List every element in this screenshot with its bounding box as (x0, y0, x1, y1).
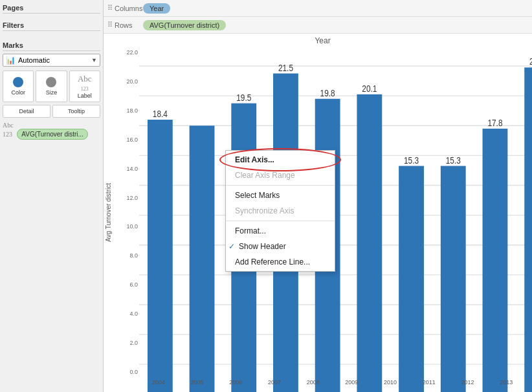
menu-item-edit-axis[interactable]: Edit Axis... (226, 152, 335, 168)
y-tick-label: 14.0 (115, 166, 138, 172)
color-button[interactable]: Color (3, 71, 34, 102)
left-panel: Pages Filters Marks 📊 Automatic ▼ Color … (0, 0, 104, 392)
marks-type-label: Automatic (18, 56, 91, 64)
y-tick-label: 20.0 (115, 78, 138, 85)
y-tick-label: 12.0 (115, 195, 138, 201)
label-button[interactable]: Abc123 Label (69, 71, 100, 102)
bar-rect[interactable] (524, 67, 532, 392)
bar-value-label: 17.8 (487, 118, 502, 129)
x-tick-label: 2013 (487, 379, 526, 386)
size-button[interactable]: Size (36, 71, 67, 102)
y-tick-label: 8.0 (115, 252, 138, 259)
color-icon (13, 77, 23, 89)
marks-buttons-group: Color Size Abc123 Label (3, 71, 100, 102)
columns-pill[interactable]: Year (143, 3, 170, 14)
y-tick-label: 6.0 (115, 281, 138, 288)
x-tick-label: 2007 (255, 379, 294, 386)
menu-item-synchronize-axis: Synchronize Axis (226, 203, 335, 219)
rows-label: ⠿ Rows (107, 21, 143, 29)
x-tick-label: 2008 (294, 379, 333, 386)
filters-section: Filters (3, 20, 100, 34)
label-text-label: Label (78, 93, 92, 99)
context-menu: Edit Axis...Clear Axis RangeSelect Marks… (225, 150, 335, 272)
columns-label: ⠿ Columns (107, 4, 143, 12)
columns-grid-icon: ⠿ (107, 4, 113, 12)
x-tick-label: 2011 (410, 379, 449, 386)
y-tick-label: 4.0 (115, 310, 138, 317)
y-tick-label: 10.0 (115, 223, 138, 230)
dropdown-arrow-icon: ▼ (91, 57, 97, 63)
marks-section: Marks 📊 Automatic ▼ Color Size Abc123 La… (3, 40, 100, 138)
x-tick-label: 2005 (178, 379, 217, 386)
bar-value-label: 15.3 (446, 155, 461, 166)
bar-value-label: 20.1 (362, 83, 377, 94)
detail-label: Detail (19, 108, 34, 114)
marks-type-dropdown[interactable]: 📊 Automatic ▼ (3, 54, 100, 67)
x-labels: 2004200520062007200820092010201120122013 (139, 373, 526, 392)
detail-button[interactable]: Detail (3, 105, 50, 118)
bar-value-label: 19.8 (320, 88, 335, 99)
bar-rect[interactable] (483, 129, 508, 392)
x-tick-label: 2012 (449, 379, 487, 386)
size-icon (46, 77, 56, 89)
y-tick-label: 18.0 (115, 107, 138, 114)
bar-value-label: 21.5 (278, 62, 293, 73)
y-axis-label: Avg Turnover district (104, 34, 113, 392)
x-tick-label: 2009 (333, 379, 371, 386)
bar-rect[interactable] (441, 166, 466, 392)
pages-section: Pages (3, 3, 100, 16)
columns-shelf: ⠿ Columns Year (104, 0, 532, 17)
tooltip-label: Tooltip (68, 108, 85, 114)
color-label: Color (11, 89, 25, 96)
rows-pill[interactable]: AVG(Turnover district) (143, 20, 226, 30)
y-labels: 22.020.018.016.014.012.010.08.06.04.02.0… (113, 53, 139, 373)
y-tick-label: 2.0 (115, 340, 138, 346)
menu-separator (226, 221, 335, 221)
label-icon: Abc123 (78, 74, 92, 92)
avg-pill[interactable]: AVG(Turnover distri... (17, 129, 88, 140)
y-tick-label: 22.0 (115, 49, 138, 56)
x-tick-label: 2010 (371, 379, 410, 386)
bar-value-label: 19.5 (236, 92, 251, 103)
size-label: Size (46, 89, 58, 96)
bar-rect[interactable] (357, 94, 382, 392)
chart-container: ⠿ Columns Year ⠿ Rows AVG(Turnover distr… (104, 0, 532, 392)
bar-rect[interactable] (399, 166, 424, 392)
y-tick-label: 16.0 (115, 136, 138, 143)
chart-svg: 18.419.521.519.820.115.315.317.821.9 (139, 53, 532, 392)
menu-item-clear-axis-range: Clear Axis Range (226, 168, 335, 183)
x-tick-label: 2006 (216, 379, 255, 386)
pages-title: Pages (3, 3, 100, 14)
menu-item-select-marks[interactable]: Select Marks (226, 188, 335, 203)
menu-item-show-header[interactable]: Show Header (226, 239, 335, 254)
menu-item-add-reference-line[interactable]: Add Reference Line... (226, 254, 335, 270)
chart-area: Avg Turnover district Year 18.419.521.51… (104, 34, 532, 392)
bar-value-label: 15.3 (404, 155, 419, 166)
x-tick-label: 2004 (139, 379, 178, 386)
chart-title: Year (113, 34, 532, 47)
rows-grid-icon: ⠿ (107, 21, 113, 29)
bar-rect[interactable] (190, 125, 215, 392)
marks-wide-buttons: Detail Tooltip (3, 105, 100, 118)
rows-shelf: ⠿ Rows AVG(Turnover district) (104, 17, 532, 34)
bar-value-label: 18.4 (153, 109, 168, 120)
filters-title: Filters (3, 20, 100, 31)
y-tick-label: 0.0 (115, 369, 138, 375)
menu-separator (226, 185, 335, 186)
menu-item-format[interactable]: Format... (226, 223, 335, 239)
tooltip-button[interactable]: Tooltip (52, 105, 100, 118)
bar-rect[interactable] (148, 120, 173, 392)
bar-value-label: 21.9 (529, 56, 532, 67)
marks-title: Marks (3, 40, 100, 51)
